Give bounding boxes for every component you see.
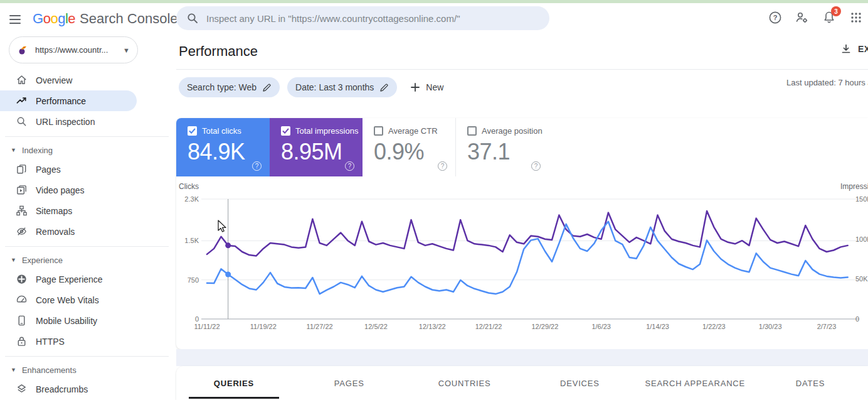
divider [5, 246, 169, 247]
sidebar-item-label: Sitemaps [36, 206, 72, 216]
tab-label: QUERIES [214, 379, 254, 388]
new-filter-label: New [426, 82, 443, 92]
breadcrumbs-icon [16, 383, 28, 395]
new-filter-button[interactable]: New [405, 82, 448, 93]
last-updated-text: Last updated: 7 hours ago [786, 78, 868, 87]
svg-text:12/21/22: 12/21/22 [475, 323, 502, 330]
svg-text:150K: 150K [855, 195, 868, 203]
apps-grid-button[interactable] [848, 9, 864, 26]
section-label: Indexing [22, 146, 53, 155]
export-label: EXPORT [858, 44, 868, 54]
svg-text:100K: 100K [855, 235, 868, 243]
total-impressions-card[interactable]: Total impressions 8.95M ? [270, 118, 363, 176]
pages-icon [16, 163, 28, 175]
sitemaps-icon [16, 205, 28, 217]
metric-cards: Total clicks 84.9K ? Total impressions 8… [176, 118, 868, 176]
export-button[interactable]: EXPORT [840, 43, 868, 55]
svg-text:11/27/22: 11/27/22 [307, 323, 333, 330]
top-app-bar: Google Search Console ? 3 [0, 3, 868, 35]
average-position-card[interactable]: Average position 37.1 ? [455, 118, 549, 176]
sidebar-item-removals[interactable]: Removals [0, 221, 137, 242]
sidebar-item-overview[interactable]: Overview [0, 70, 137, 90]
total-clicks-card[interactable]: Total clicks 84.9K ? [176, 118, 270, 176]
url-inspect-searchbar[interactable] [176, 6, 549, 30]
apps-grid-icon [849, 11, 863, 24]
filter-bar: Search type: Web Date: Last 3 months New [179, 73, 448, 101]
sidebar-item-https[interactable]: HTTPS [0, 331, 137, 352]
user-settings-button[interactable] [794, 9, 810, 26]
tab-devices[interactable]: DEVICES [522, 366, 637, 400]
dimensions-panel: QUERIES PAGES COUNTRIES DEVICES SEARCH A… [176, 366, 868, 400]
line-chart[interactable]: 2.3K1.5K7500150K100K50K0ClicksImpression… [176, 176, 868, 349]
metric-label: Average CTR [388, 126, 438, 136]
help-icon[interactable]: ? [252, 161, 262, 171]
checkbox-checked-icon[interactable] [281, 126, 290, 136]
checkbox-unchecked-icon[interactable] [374, 126, 383, 136]
search-input[interactable] [206, 13, 539, 24]
tab-label: DEVICES [560, 379, 600, 388]
checkbox-unchecked-icon[interactable] [467, 126, 477, 136]
section-label: Experience [22, 256, 63, 265]
page-header: Performance EXPORT [176, 35, 868, 69]
average-ctr-card[interactable]: Average CTR 0.9% ? [363, 118, 455, 176]
tab-countries[interactable]: COUNTRIES [407, 366, 522, 400]
notifications-button[interactable]: 3 [821, 9, 837, 26]
edit-pencil-icon [262, 83, 272, 92]
section-label: Enhancements [22, 365, 77, 375]
tab-label: SEARCH APPEARANCE [645, 379, 745, 388]
metric-label: Total impressions [295, 126, 358, 136]
app-logo[interactable]: Google Search Console [33, 9, 178, 28]
performance-icon [16, 95, 28, 107]
search-type-filter-chip[interactable]: Search type: Web [179, 77, 280, 97]
menu-icon[interactable] [8, 12, 23, 27]
svg-text:1/6/23: 1/6/23 [591, 323, 611, 330]
plus-icon [410, 82, 421, 93]
help-button[interactable]: ? [767, 9, 783, 26]
help-icon[interactable]: ? [438, 161, 447, 171]
section-indexing[interactable]: ▼ Indexing [0, 141, 176, 159]
section-enhancements[interactable]: ▼ Enhancements [0, 361, 176, 379]
sidebar-item-mobile-usability[interactable]: Mobile Usability [0, 310, 137, 331]
sidebar-item-label: Video pages [36, 185, 85, 195]
sidebar-item-page-experience[interactable]: Page Experience [0, 269, 137, 289]
svg-text:0: 0 [855, 315, 859, 323]
svg-text:750: 750 [188, 276, 199, 284]
property-selector[interactable]: https://www.countr... ▼ [9, 36, 138, 63]
help-icon: ? [768, 11, 782, 24]
dimension-tabs: QUERIES PAGES COUNTRIES DEVICES SEARCH A… [176, 366, 868, 400]
svg-text:Clicks: Clicks [179, 182, 199, 191]
sidebar-item-sitemaps[interactable]: Sitemaps [0, 200, 137, 221]
tab-pages[interactable]: PAGES [292, 366, 407, 400]
tab-queries[interactable]: QUERIES [176, 366, 292, 400]
svg-text:50K: 50K [855, 275, 868, 283]
sidebar-item-performance[interactable]: Performance [0, 90, 137, 111]
divider [5, 136, 169, 137]
svg-text:11/19/22: 11/19/22 [250, 323, 277, 330]
divider [176, 69, 868, 70]
checkbox-checked-icon[interactable] [188, 126, 197, 136]
divider [5, 356, 169, 357]
date-filter-chip[interactable]: Date: Last 3 months [287, 77, 397, 97]
sidebar-item-label: URL inspection [36, 117, 95, 127]
sidebar-item-label: Breadcrumbs [36, 384, 88, 394]
sidebar-item-core-web-vitals[interactable]: Core Web Vitals [0, 289, 137, 310]
user-settings-icon [795, 10, 810, 25]
sidebar-item-url-inspection[interactable]: URL inspection [0, 111, 137, 132]
help-icon[interactable]: ? [531, 161, 541, 171]
section-experience[interactable]: ▼ Experience [0, 251, 176, 269]
svg-text:12/5/22: 12/5/22 [364, 323, 388, 330]
sidebar-item-pages[interactable]: Pages [0, 159, 137, 180]
sidebar-item-breadcrumbs[interactable]: Breadcrumbs [0, 379, 137, 399]
svg-text:Impressions: Impressions [840, 182, 868, 191]
property-favicon [17, 44, 29, 56]
tab-search-appearance[interactable]: SEARCH APPEARANCE [637, 366, 753, 400]
svg-text:1.5K: 1.5K [184, 237, 199, 244]
panel-gap [176, 349, 868, 366]
video-pages-icon [16, 184, 28, 196]
sidebar-item-video-pages[interactable]: Video pages [0, 180, 137, 200]
performance-chart[interactable]: 2.3K1.5K7500150K100K50K0ClicksImpression… [176, 176, 868, 349]
edit-pencil-icon [379, 83, 389, 92]
help-icon[interactable]: ? [345, 161, 354, 171]
tab-dates[interactable]: DATES [753, 366, 868, 400]
sidebar-item-label: HTTPS [36, 337, 65, 347]
